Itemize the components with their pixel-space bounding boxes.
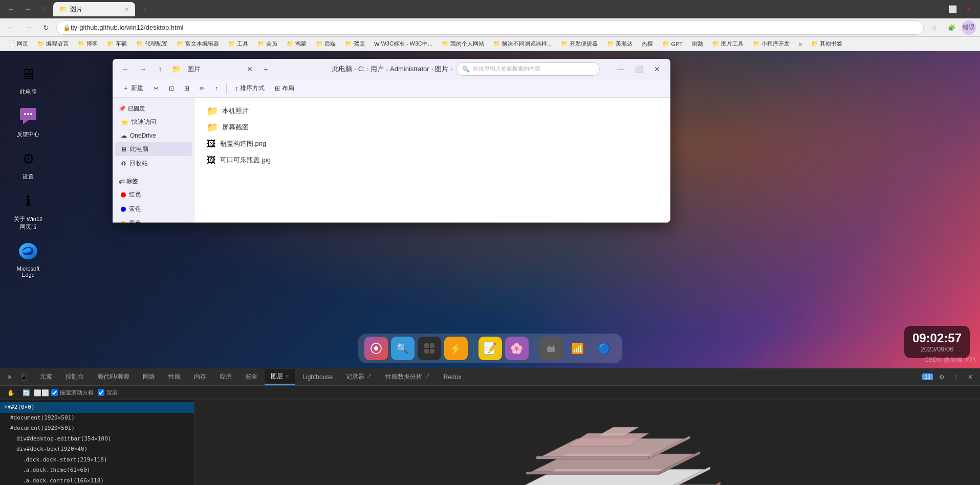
share-button[interactable]: ↑ <box>211 81 222 96</box>
bookmark-vip[interactable]: 📁 会员 <box>253 38 281 50</box>
address-bar[interactable]: 🔒 tjy-github.github.io/win12/desktop.htm… <box>56 20 924 35</box>
tab-memory[interactable]: 内存 <box>188 369 212 385</box>
devtools-more-btn[interactable]: ⋮ <box>950 371 962 383</box>
bookmark-mysite[interactable]: 📁 我的个人网站 <box>438 38 488 50</box>
breadcrumb-c[interactable]: C: <box>358 65 365 73</box>
dom-tree[interactable]: ▼▼#2(0×0) #document(1920×501) #document(… <box>0 400 194 485</box>
breadcrumb-this-pc[interactable]: 此电脑 <box>332 64 352 74</box>
layout-button[interactable]: ⊞ 布局 <box>271 81 298 96</box>
slow-scroll-label[interactable]: 慢速滚动方框 <box>51 389 94 396</box>
dock-item-notes[interactable]: 📝 <box>478 337 502 360</box>
bookmark-blog[interactable]: 📁 博客 <box>74 38 102 50</box>
devtools-close-btn[interactable]: ✕ <box>965 371 976 383</box>
dom-item-0[interactable]: ▼▼#2(0×0) <box>0 402 194 413</box>
devtools-device-btn[interactable]: 📱 <box>17 371 29 383</box>
tab-network[interactable]: 网络 <box>137 369 161 385</box>
dom-item-5[interactable]: .dock.dock-start(219×118) <box>0 455 194 466</box>
copy-button[interactable]: ⊡ <box>165 81 178 96</box>
reload-button[interactable]: ↻ <box>37 2 51 16</box>
devtools-settings-btn[interactable]: ⚙ <box>936 371 947 383</box>
new-button[interactable]: ＋ 新建 <box>119 81 147 96</box>
bookmark-license[interactable]: 📁 驾照 <box>341 38 369 50</box>
dock-item-bluetooth[interactable]: 🔵 <box>593 337 616 360</box>
win-maximize[interactable]: ⬜ <box>631 62 646 76</box>
sidebar-this-pc[interactable]: 🖥 此电脑 <box>115 142 192 156</box>
sidebar-onedrive[interactable]: ☁ OneDrive <box>115 129 192 142</box>
bookmark-w3c[interactable]: W W3C标准 - W3C中... <box>370 38 437 50</box>
sort-button[interactable]: ↕ 排序方式 <box>231 81 269 96</box>
dom-item-3[interactable]: div#desktop-editbar(354×100) <box>0 434 194 445</box>
bookmark-backend[interactable]: 📁 后端 <box>312 38 340 50</box>
file-item-png[interactable]: 🖼 瓶盖构造图.png <box>203 136 662 152</box>
window-forward[interactable]: → <box>136 62 149 76</box>
tab-layers[interactable]: 图层 ✕ <box>265 369 295 385</box>
window-up[interactable]: ↑ <box>154 62 167 76</box>
sidebar-quick-access[interactable]: ⭐ 快速访问 <box>115 115 192 129</box>
breadcrumb-pictures[interactable]: 图片 <box>435 64 448 74</box>
maximize-window[interactable]: ⬜ <box>945 2 960 16</box>
desktop-icon-about-win12[interactable]: ℹ 关于 Win12网页版 <box>10 189 46 231</box>
close-window[interactable]: ✕ <box>962 2 976 16</box>
tab-recorder[interactable]: 记录器 ↗ <box>340 369 378 385</box>
profile-btn[interactable]: 错误 <box>962 20 976 35</box>
breadcrumb-administrator[interactable]: Administrator <box>390 65 429 73</box>
bookmark-more[interactable]: » <box>795 38 806 50</box>
dt-pan-btn[interactable]: ✋ <box>5 387 16 399</box>
win-close[interactable]: ✕ <box>650 62 664 76</box>
bookmark-beauty[interactable]: 📁 美顺达 <box>603 38 637 50</box>
dock-item-taskview[interactable] <box>418 337 441 360</box>
layers-panel[interactable] <box>194 400 980 485</box>
bookmark-miniprogram[interactable]: 📁 小程序开发 <box>749 38 794 50</box>
forward-button[interactable]: → <box>20 2 35 16</box>
window-back[interactable]: ← <box>119 62 132 76</box>
dock-item-apps[interactable]: ⚡ <box>444 337 468 360</box>
tab-elements[interactable]: 元素 <box>34 369 58 385</box>
new-tab-button[interactable]: + <box>137 2 151 16</box>
dock-item-power[interactable] <box>539 337 563 360</box>
dock-item-settings2[interactable]: 🌸 <box>505 337 529 360</box>
devtools-inspect-btn[interactable]: 🖱 <box>4 371 15 383</box>
new-tab-btn[interactable]: + <box>259 62 273 76</box>
tab-redux[interactable]: Redux <box>438 369 468 385</box>
active-tab[interactable]: 📁 图片 ✕ <box>53 2 135 16</box>
file-item-screenshots[interactable]: 📁 屏幕截图 <box>203 119 662 136</box>
dom-item-6[interactable]: .a.dock.theme(61×60) <box>0 465 194 476</box>
back-button[interactable]: ← <box>4 2 18 16</box>
nav-reload[interactable]: ↻ <box>39 20 53 35</box>
dt-reset-btn[interactable]: ⬜⬜ <box>36 387 47 399</box>
bookmark-harmony[interactable]: 📁 鸿蒙 <box>282 38 311 50</box>
nav-forward[interactable]: → <box>21 20 36 35</box>
dt-rotate-btn[interactable]: 🔄 <box>20 387 32 399</box>
bookmark-richtext[interactable]: 📁 富文本编辑器 <box>172 38 223 50</box>
sidebar-recycle[interactable]: ♻ 回收站 <box>115 157 192 170</box>
bookmark-other[interactable]: 📁 其他书签 <box>807 38 846 50</box>
dom-item-4[interactable]: div#dock-box(1920×40) <box>0 444 194 455</box>
search-box[interactable]: 🔍 在这里输入你要搜索的内容 <box>456 62 600 76</box>
tab-lighthouse[interactable]: Lighthouse <box>296 369 339 385</box>
bookmark-browser-compat[interactable]: 📁 解决不同浏览器样... <box>489 38 556 50</box>
sidebar-tag-blue[interactable]: 蓝色 <box>115 202 192 216</box>
cut-button[interactable]: ✂ <box>149 81 163 96</box>
breadcrumb-users[interactable]: 用户 <box>371 64 384 74</box>
dock-item-wifi[interactable]: 📶 <box>566 337 590 360</box>
dock-item-start[interactable] <box>364 337 388 360</box>
dom-item-1[interactable]: #document(1920×501) <box>0 413 194 424</box>
bookmark-proxy[interactable]: 📁 代理配置 <box>132 38 171 50</box>
bookmark-gpt[interactable]: 📁 GPT <box>658 38 687 50</box>
bookmark-star[interactable]: ☆ <box>927 20 941 35</box>
bookmark-tools[interactable]: 📁 工具 <box>224 38 252 50</box>
tab-sources[interactable]: 源代码/源源 <box>91 369 136 385</box>
dom-item-2[interactable]: #document(1920×501) <box>0 423 194 434</box>
bookmark-brushing[interactable]: 刷题 <box>688 38 707 50</box>
desktop-icon-edge[interactable]: MicrosoftEdge <box>10 239 46 278</box>
bookmark-webpage[interactable]: 📄 网页 <box>4 38 32 50</box>
desktop-icon-feedback[interactable]: 反馈中心 <box>10 104 46 138</box>
tab-perf-insights[interactable]: 性能数据分析 ↗ <box>379 369 436 385</box>
slow-scroll-checkbox[interactable] <box>51 389 58 396</box>
sidebar-tag-yellow[interactable]: 黄色 <box>115 216 192 223</box>
nav-back[interactable]: ← <box>4 20 18 35</box>
bookmark-devkit[interactable]: 📁 开发便捷器 <box>557 38 602 50</box>
render-checkbox[interactable] <box>98 389 104 396</box>
bookmark-hot[interactable]: 热搜 <box>638 38 657 50</box>
extensions-btn[interactable]: 🧩 <box>944 20 959 35</box>
